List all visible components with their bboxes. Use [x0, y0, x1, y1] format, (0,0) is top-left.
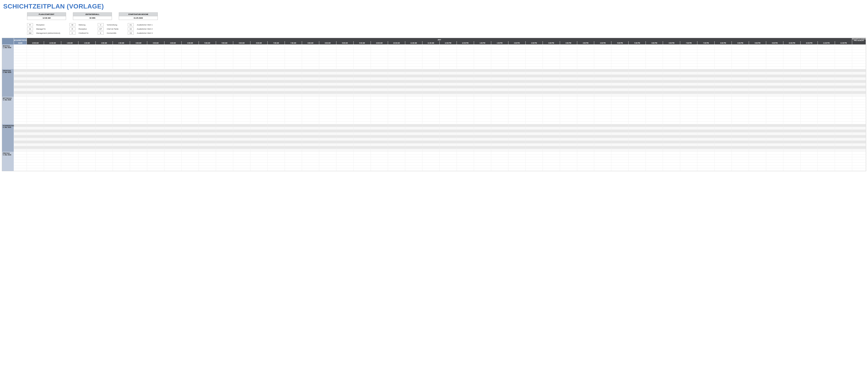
time-cell[interactable] [405, 132, 423, 135]
time-cell[interactable] [27, 124, 44, 127]
time-cell[interactable] [663, 146, 680, 149]
time-cell[interactable] [61, 97, 79, 99]
time-cell[interactable] [388, 105, 405, 108]
time-cell[interactable] [319, 160, 336, 163]
time-cell[interactable] [319, 58, 336, 61]
time-cell[interactable] [96, 122, 113, 124]
time-cell[interactable] [749, 97, 766, 99]
time-cell[interactable] [353, 91, 371, 94]
time-cell[interactable] [164, 91, 182, 94]
time-cell[interactable] [336, 44, 353, 47]
time-cell[interactable] [79, 146, 96, 149]
time-cell[interactable] [543, 160, 560, 163]
time-cell[interactable] [44, 58, 61, 61]
time-cell[interactable] [27, 97, 44, 99]
time-cell[interactable] [61, 165, 79, 168]
time-cell[interactable] [336, 149, 353, 152]
time-cell[interactable] [526, 160, 543, 163]
time-cell[interactable] [818, 160, 835, 163]
time-cell[interactable] [680, 135, 698, 138]
time-cell[interactable] [371, 143, 388, 146]
time-cell[interactable] [250, 108, 268, 110]
time-cell[interactable] [285, 146, 302, 149]
time-cell[interactable] [61, 132, 79, 135]
time-cell[interactable] [164, 89, 182, 91]
time-cell[interactable] [508, 80, 526, 83]
time-cell[interactable] [457, 160, 474, 163]
time-cell[interactable] [611, 157, 628, 160]
time-cell[interactable] [61, 113, 79, 116]
time-cell[interactable] [250, 163, 268, 165]
time-cell[interactable] [474, 132, 491, 135]
time-cell[interactable] [199, 58, 216, 61]
time-cell[interactable] [818, 86, 835, 89]
time-cell[interactable] [594, 44, 611, 47]
time-cell[interactable] [233, 168, 250, 171]
time-cell[interactable] [233, 110, 250, 113]
time-cell[interactable] [44, 163, 61, 165]
time-cell[interactable] [44, 77, 61, 80]
time-cell[interactable] [698, 69, 715, 72]
time-cell[interactable] [302, 127, 319, 130]
time-cell[interactable] [233, 157, 250, 160]
time-cell[interactable] [147, 89, 164, 91]
time-cell[interactable] [526, 113, 543, 116]
time-cell[interactable] [388, 44, 405, 47]
time-cell[interactable] [285, 163, 302, 165]
time-cell[interactable] [268, 132, 285, 135]
time-cell[interactable] [147, 130, 164, 132]
time-cell[interactable] [199, 157, 216, 160]
time-cell[interactable] [766, 77, 783, 80]
time-cell[interactable] [164, 168, 182, 171]
time-cell[interactable] [250, 160, 268, 163]
time-cell[interactable] [457, 116, 474, 119]
time-cell[interactable] [526, 66, 543, 69]
time-cell[interactable] [457, 53, 474, 56]
time-cell[interactable] [268, 105, 285, 108]
time-cell[interactable] [698, 119, 715, 122]
time-cell[interactable] [113, 135, 130, 138]
time-cell[interactable] [130, 102, 147, 105]
time-cell[interactable] [783, 116, 801, 119]
employee-name-cell[interactable] [14, 69, 27, 72]
time-cell[interactable] [801, 108, 818, 110]
time-cell[interactable] [680, 127, 698, 130]
time-cell[interactable] [491, 122, 508, 124]
time-cell[interactable] [319, 44, 336, 47]
time-cell[interactable] [457, 83, 474, 86]
time-cell[interactable] [405, 64, 423, 66]
time-cell[interactable] [371, 75, 388, 77]
time-cell[interactable] [96, 89, 113, 91]
time-cell[interactable] [182, 116, 199, 119]
time-cell[interactable] [560, 83, 577, 86]
time-cell[interactable] [835, 119, 852, 122]
time-cell[interactable] [147, 124, 164, 127]
time-cell[interactable] [646, 61, 663, 64]
time-cell[interactable] [526, 168, 543, 171]
time-cell[interactable] [147, 91, 164, 94]
time-cell[interactable] [457, 149, 474, 152]
time-cell[interactable] [457, 124, 474, 127]
time-cell[interactable] [164, 61, 182, 64]
time-cell[interactable] [319, 89, 336, 91]
time-cell[interactable] [79, 157, 96, 160]
time-cell[interactable] [732, 53, 749, 56]
time-cell[interactable] [96, 135, 113, 138]
time-cell[interactable] [646, 83, 663, 86]
time-cell[interactable] [560, 110, 577, 113]
time-cell[interactable] [732, 58, 749, 61]
time-cell[interactable] [577, 66, 594, 69]
time-cell[interactable] [611, 69, 628, 72]
time-cell[interactable] [27, 168, 44, 171]
time-cell[interactable] [268, 127, 285, 130]
time-cell[interactable] [250, 152, 268, 155]
time-cell[interactable] [611, 146, 628, 149]
time-cell[interactable] [164, 110, 182, 113]
time-cell[interactable] [130, 77, 147, 80]
time-cell[interactable] [749, 146, 766, 149]
time-cell[interactable] [130, 66, 147, 69]
time-cell[interactable] [285, 75, 302, 77]
time-cell[interactable] [474, 64, 491, 66]
time-cell[interactable] [96, 97, 113, 99]
time-cell[interactable] [302, 135, 319, 138]
